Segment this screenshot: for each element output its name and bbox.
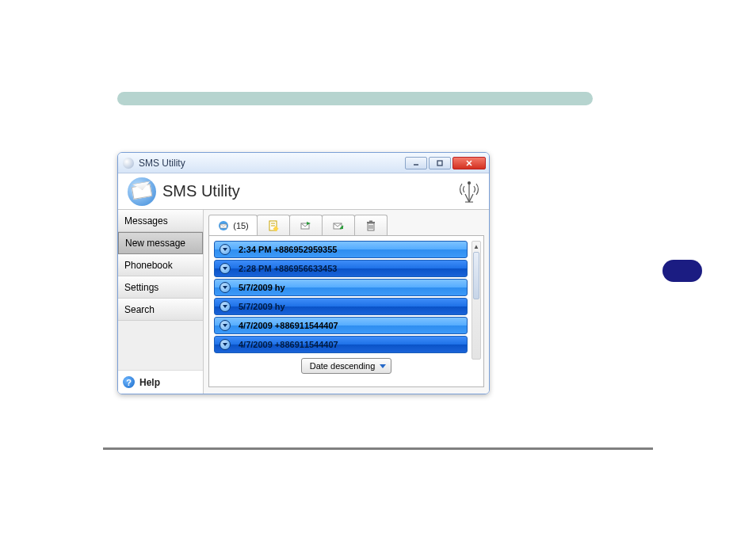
chevron-down-icon[interactable] (220, 320, 231, 331)
sidebar-item-label: Messages (124, 215, 168, 227)
sort-label: Date descending (310, 361, 376, 371)
envelope-icon (128, 177, 156, 206)
sms-utility-window: SMS Utility SMS Utility (117, 152, 490, 394)
sidebar-item-label: Phonebook (124, 260, 173, 271)
maximize-button[interactable] (429, 157, 451, 169)
svg-line-7 (469, 194, 473, 202)
window-body: Messages New message Phonebook Settings … (118, 210, 489, 394)
main-panel: (15) (204, 210, 489, 394)
app-icon (123, 158, 134, 169)
sidebar-item-new-message[interactable]: New message (118, 232, 203, 254)
draft-icon (267, 219, 280, 232)
svg-point-8 (468, 182, 471, 185)
svg-rect-23 (369, 220, 372, 222)
sidebar-item-search[interactable]: Search (118, 299, 203, 321)
sidebar-spacer (118, 321, 203, 370)
message-row[interactable]: 2:34 PM +886952959355 (214, 241, 468, 258)
tab-sent[interactable] (289, 215, 323, 235)
banner: SMS Utility (118, 173, 489, 210)
minimize-button[interactable] (405, 157, 427, 169)
sent-icon (300, 219, 312, 232)
inbox-count: (15) (233, 221, 249, 230)
help-label: Help (139, 377, 160, 388)
scrollbar[interactable]: ▲ (472, 241, 481, 360)
message-summary: 4/7/2009 +886911544407 (239, 340, 338, 349)
scroll-up-icon[interactable]: ▲ (472, 242, 480, 251)
sort-dropdown[interactable]: Date descending (301, 358, 392, 374)
chevron-down-icon[interactable] (220, 339, 231, 350)
message-list: 2:34 PM +8869529593552:28 PM +8869566334… (214, 241, 468, 353)
message-list-panel: 2:34 PM +8869529593552:28 PM +8869566334… (208, 235, 484, 387)
sidebar-item-phonebook[interactable]: Phonebook (118, 254, 203, 276)
titlebar[interactable]: SMS Utility (118, 153, 489, 173)
svg-line-6 (465, 194, 469, 202)
trash-icon (365, 219, 377, 232)
side-pill (662, 260, 702, 282)
inbox-icon (217, 219, 230, 232)
antenna-icon (457, 178, 481, 205)
decorative-bar (117, 92, 593, 105)
sidebar: Messages New message Phonebook Settings … (118, 210, 204, 394)
message-row[interactable]: 5/7/2009 hy (214, 279, 468, 296)
message-summary: 2:28 PM +886956633453 (239, 264, 337, 273)
window-buttons (405, 157, 486, 169)
message-summary: 4/7/2009 +886911544407 (239, 321, 338, 330)
tab-trash[interactable] (354, 215, 388, 235)
message-summary: 2:34 PM +886952959355 (239, 245, 337, 254)
message-summary: 5/7/2009 hy (239, 302, 285, 311)
help-link[interactable]: ? Help (118, 370, 203, 394)
chevron-down-icon[interactable] (220, 244, 231, 255)
tab-inbox[interactable]: (15) (208, 215, 258, 235)
close-button[interactable] (452, 157, 486, 169)
message-summary: 5/7/2009 hy (239, 283, 285, 292)
tab-outbox[interactable] (322, 215, 355, 235)
svg-rect-22 (367, 222, 375, 223)
window-title: SMS Utility (139, 158, 405, 169)
sort-row: Date descending (214, 358, 479, 374)
chevron-down-icon[interactable] (220, 301, 231, 312)
message-row[interactable]: 4/7/2009 +886911544407 (214, 336, 468, 353)
help-icon: ? (123, 376, 135, 388)
horizontal-rule (103, 447, 653, 450)
message-row[interactable]: 2:28 PM +886956633453 (214, 260, 468, 277)
message-row[interactable]: 4/7/2009 +886911544407 (214, 317, 468, 334)
app-heading: SMS Utility (162, 182, 240, 200)
svg-rect-1 (437, 161, 442, 166)
sidebar-item-label: New message (125, 238, 185, 249)
message-row[interactable]: 5/7/2009 hy (214, 298, 468, 315)
sidebar-item-label: Search (124, 304, 155, 315)
sidebar-item-messages[interactable]: Messages (118, 210, 203, 232)
sidebar-item-label: Settings (124, 282, 158, 293)
tab-drafts[interactable] (257, 215, 290, 235)
chevron-down-icon[interactable] (220, 263, 231, 274)
chevron-down-icon[interactable] (220, 282, 231, 293)
outbox-icon (332, 219, 345, 232)
scroll-thumb[interactable] (473, 252, 479, 299)
sidebar-item-settings[interactable]: Settings (118, 276, 203, 299)
tab-strip: (15) (208, 215, 484, 235)
